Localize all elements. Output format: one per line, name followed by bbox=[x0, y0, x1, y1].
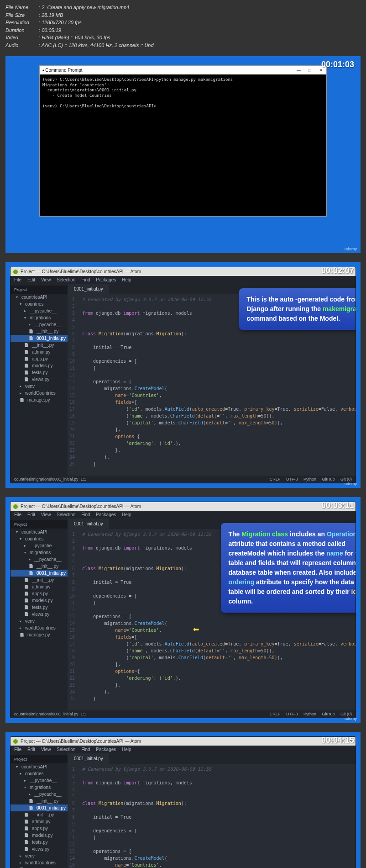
menu-find[interactable]: Find bbox=[81, 512, 90, 517]
tree-file[interactable]: tests.py bbox=[10, 839, 68, 846]
menu-help[interactable]: Help bbox=[122, 277, 131, 282]
tree-file[interactable]: admin.py bbox=[10, 349, 68, 355]
tree-file[interactable]: manage.py bbox=[10, 631, 68, 638]
tree-folder[interactable]: __pycache__ bbox=[10, 791, 68, 798]
menu-help[interactable]: Help bbox=[122, 512, 131, 517]
status-path[interactable]: countries\migrations\0001_initial.py bbox=[14, 712, 78, 716]
tree-folder[interactable]: venv bbox=[10, 618, 68, 625]
atom-titlebar[interactable]: Project — C:\Users\Bluelime\Desktop\coun… bbox=[10, 502, 356, 511]
menu-file[interactable]: File bbox=[14, 747, 21, 752]
cmd-titlebar[interactable]: ▪ Command Prompt — □ ✕ bbox=[40, 66, 326, 74]
menu-help[interactable]: Help bbox=[122, 747, 131, 752]
menu-selection[interactable]: Selection bbox=[57, 277, 75, 282]
tree-file[interactable]: tests.py bbox=[10, 604, 68, 611]
tree-file[interactable]: views.py bbox=[10, 376, 68, 383]
menu-packages[interactable]: Packages bbox=[96, 512, 116, 517]
tree-folder[interactable]: worldCountries bbox=[10, 859, 68, 866]
status-language[interactable]: Python bbox=[303, 712, 316, 716]
menu-selection[interactable]: Selection bbox=[57, 747, 75, 752]
editor-tab[interactable]: 0001_initial.py bbox=[68, 284, 110, 294]
cmd-output[interactable]: (venv) C:\Users\Bluelime\Desktop\countri… bbox=[40, 74, 326, 216]
tree-folder[interactable]: __pycache__ bbox=[10, 777, 68, 784]
project-sidebar[interactable]: Project countriesAPI countries __pycache… bbox=[10, 519, 68, 710]
tree-folder[interactable]: worldCountries bbox=[10, 390, 68, 397]
tree-file-selected[interactable]: 0001_initial.py bbox=[10, 570, 68, 577]
menu-edit[interactable]: Edit bbox=[27, 747, 35, 752]
tree-folder[interactable]: countries bbox=[10, 301, 68, 307]
tree-file[interactable]: __init__.py bbox=[10, 563, 68, 570]
tree-folder[interactable]: worldCountries bbox=[10, 625, 68, 631]
editor-tab[interactable]: 0001_initial.py bbox=[68, 753, 110, 764]
atom-titlebar[interactable]: Project — C:\Users\Bluelime\Desktop\coun… bbox=[10, 737, 356, 746]
tree-folder[interactable]: migrations bbox=[10, 549, 68, 556]
tree-root[interactable]: countriesAPI bbox=[10, 294, 68, 301]
status-git[interactable]: Git (0) bbox=[340, 477, 352, 482]
menu-selection[interactable]: Selection bbox=[57, 512, 75, 517]
atom-titlebar[interactable]: Project — C:\Users\Bluelime\Desktop\coun… bbox=[10, 267, 356, 276]
tree-file[interactable]: manage.py bbox=[10, 397, 68, 403]
tree-file[interactable]: tests.py bbox=[10, 369, 68, 376]
tree-folder[interactable]: countries bbox=[10, 770, 68, 777]
menu-view[interactable]: View bbox=[41, 512, 51, 517]
status-encoding[interactable]: UTF-8 bbox=[286, 477, 298, 482]
tree-folder[interactable]: __pycache__ bbox=[10, 542, 68, 549]
tree-root[interactable]: countriesAPI bbox=[10, 529, 68, 535]
menu-find[interactable]: Find bbox=[81, 747, 90, 752]
status-cursor-pos[interactable]: 1:1 bbox=[81, 477, 87, 482]
menu-find[interactable]: Find bbox=[81, 277, 90, 282]
menu-edit[interactable]: Edit bbox=[27, 512, 35, 517]
status-github[interactable]: GitHub bbox=[322, 712, 335, 716]
tree-folder[interactable]: __pycache__ bbox=[10, 307, 68, 314]
status-crlf[interactable]: CRLF bbox=[270, 712, 281, 716]
menu-file[interactable]: File bbox=[14, 512, 21, 517]
menu-edit[interactable]: Edit bbox=[27, 277, 35, 282]
tree-file[interactable]: apps.py bbox=[10, 825, 68, 832]
tree-file-selected[interactable]: 0001_initial.py bbox=[10, 804, 68, 811]
status-language[interactable]: Python bbox=[303, 477, 316, 482]
maximize-icon[interactable]: □ bbox=[307, 68, 313, 73]
tree-root[interactable]: countriesAPI bbox=[10, 763, 68, 770]
tree-file[interactable]: __init__.py bbox=[10, 798, 68, 804]
tree-file[interactable]: views.py bbox=[10, 846, 68, 852]
code-editor[interactable]: # Generated by Django 3.0.7 on 2020-06-0… bbox=[78, 764, 356, 868]
tree-file[interactable]: apps.py bbox=[10, 590, 68, 597]
menu-file[interactable]: File bbox=[14, 277, 21, 282]
tree-folder[interactable]: __pycache__ bbox=[10, 556, 68, 563]
status-github[interactable]: GitHub bbox=[322, 477, 335, 482]
minimize-icon[interactable]: — bbox=[296, 68, 302, 73]
tree-file[interactable]: admin.py bbox=[10, 818, 68, 825]
menu-view[interactable]: View bbox=[41, 747, 51, 752]
tree-file[interactable]: __init__.py bbox=[10, 811, 68, 818]
status-encoding[interactable]: UTF-8 bbox=[286, 712, 298, 716]
status-path[interactable]: countries\migrations\0001_initial.py bbox=[14, 477, 78, 482]
tree-folder[interactable]: migrations bbox=[10, 314, 68, 321]
tree-file[interactable]: models.py bbox=[10, 597, 68, 604]
line-gutter: 1 2 3 4 5 6 7 8 9 10 11 12 13 14 15 16 1… bbox=[68, 294, 78, 469]
tree-file[interactable]: apps.py bbox=[10, 355, 68, 362]
tree-file[interactable]: models.py bbox=[10, 832, 68, 839]
tree-folder[interactable]: venv bbox=[10, 852, 68, 859]
atom-menu-bar: File Edit View Selection Find Packages H… bbox=[10, 276, 356, 284]
tree-file[interactable]: __init__.py bbox=[10, 328, 68, 335]
status-git[interactable]: Git (0) bbox=[340, 712, 352, 716]
project-sidebar[interactable]: Project countriesAPI countries __pycache… bbox=[10, 753, 68, 868]
status-cursor-pos[interactable]: 1:1 bbox=[81, 712, 87, 716]
screenshot-frame-4: 00:04:15 Project — C:\Users\Bluelime\Des… bbox=[5, 732, 361, 868]
project-sidebar[interactable]: Project countriesAPI countries __pycache… bbox=[10, 284, 68, 476]
tree-file[interactable]: admin.py bbox=[10, 583, 68, 590]
tree-folder[interactable]: __pycache__ bbox=[10, 321, 68, 328]
tree-file[interactable]: manage.py bbox=[10, 866, 68, 868]
tree-file[interactable]: __init__.py bbox=[10, 342, 68, 349]
menu-view[interactable]: View bbox=[41, 277, 51, 282]
editor-tab[interactable]: 0001_initial.py bbox=[68, 519, 110, 529]
menu-packages[interactable]: Packages bbox=[96, 277, 116, 282]
tree-file[interactable]: __init__.py bbox=[10, 577, 68, 583]
tree-folder[interactable]: migrations bbox=[10, 784, 68, 791]
tree-file[interactable]: views.py bbox=[10, 611, 68, 618]
tree-folder[interactable]: venv bbox=[10, 383, 68, 390]
status-crlf[interactable]: CRLF bbox=[270, 477, 281, 482]
tree-folder[interactable]: countries bbox=[10, 535, 68, 542]
menu-packages[interactable]: Packages bbox=[96, 747, 116, 752]
tree-file-selected[interactable]: 0001_initial.py bbox=[10, 335, 68, 342]
tree-file[interactable]: models.py bbox=[10, 362, 68, 369]
